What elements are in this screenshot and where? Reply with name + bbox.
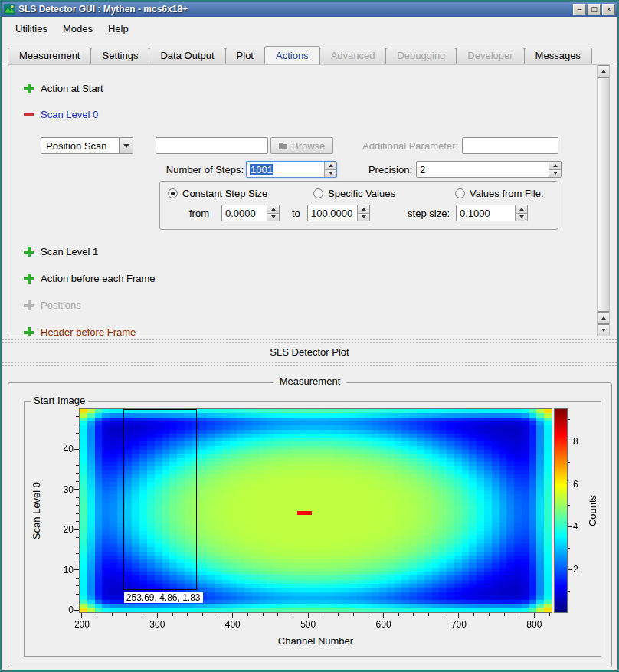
expand-plus-icon[interactable] (24, 274, 34, 284)
step-size-spinner[interactable]: 0.1000 (456, 205, 528, 221)
tab-settings[interactable]: Settings (90, 48, 149, 64)
action-item-label: Action at Start (41, 83, 103, 94)
x-tick (458, 613, 459, 618)
colorbar-tick (568, 526, 572, 527)
scroll-up-button[interactable] (598, 65, 610, 77)
action-item-label: Positions (41, 300, 81, 311)
radio-label: Specific Values (328, 188, 395, 199)
x-minor-tick (97, 613, 97, 616)
steps-value: 1001 (250, 164, 273, 175)
scrollbar-thumb[interactable] (598, 77, 610, 312)
radio-constant-step-size[interactable]: Constant Step Size (168, 188, 267, 199)
minimize-button[interactable]: − (573, 4, 586, 15)
scroll-down-button[interactable] (598, 324, 610, 336)
dock-title[interactable]: SLS Detector Plot (2, 346, 617, 358)
vertical-scrollbar[interactable] (597, 65, 609, 336)
y-tick (74, 529, 79, 530)
step-size-value: 0.1000 (457, 205, 515, 221)
spin-down-button[interactable] (549, 170, 561, 178)
menu-modes[interactable]: Modes (55, 20, 100, 38)
splitter-handle[interactable] (2, 338, 617, 344)
action-item-action-at-start[interactable]: Action at Start (24, 82, 103, 95)
menu-utilities[interactable]: Utilities (8, 20, 55, 38)
y-minor-tick (76, 473, 79, 474)
tab-messages[interactable]: Messages (524, 48, 592, 64)
y-minor-tick (76, 457, 79, 457)
step-mode-group: Constant Step Size Specific Values Value… (159, 181, 558, 230)
combo-dropdown-button[interactable] (119, 138, 133, 153)
scan-mode-select[interactable]: Position Scan (41, 137, 133, 154)
tab-plot[interactable]: Plot (225, 48, 265, 64)
colorbar-tick-label: 4 (573, 521, 587, 532)
spin-up-button[interactable] (358, 205, 369, 214)
menu-help[interactable]: Help (100, 20, 136, 38)
x-minor-tick (247, 613, 248, 616)
spin-down-button[interactable] (267, 214, 279, 221)
action-item-action-before-each-frame[interactable]: Action before each Frame (24, 272, 156, 285)
tab-measurement[interactable]: Measurement (8, 48, 91, 64)
x-minor-tick (142, 613, 142, 616)
y-axis-label: Scan Level 0 (31, 482, 43, 539)
close-button[interactable]: × (602, 4, 615, 15)
x-minor-tick (504, 613, 505, 616)
start-image-frame: Start Image Scan Level 0 Counts Channel … (24, 401, 601, 657)
spin-down-button[interactable] (325, 170, 336, 178)
y-tick-label: 30 (44, 484, 74, 495)
action-item-header-before-frame[interactable]: Header before Frame (24, 326, 136, 336)
y-tick (74, 449, 79, 450)
x-tick-label: 800 (519, 619, 549, 630)
x-minor-tick (293, 613, 293, 616)
collapse-minus-icon[interactable] (24, 110, 34, 120)
radio-values-from-file[interactable]: Values from File: (455, 188, 544, 199)
number-of-steps-spinner[interactable]: 1001 (246, 161, 337, 178)
colorbar-minor-tick (568, 505, 570, 506)
action-item-label: Header before Frame (41, 326, 136, 336)
action-item-scan-level-1[interactable]: Scan Level 1 (24, 245, 98, 258)
colorbar-tick (568, 484, 572, 484)
tab-data-output[interactable]: Data Output (149, 48, 225, 64)
colorbar-tick (568, 569, 572, 570)
from-spinner[interactable]: 0.0000 (221, 205, 280, 221)
x-minor-tick (473, 613, 474, 616)
expand-plus-icon[interactable] (24, 84, 34, 93)
precision-spinner[interactable]: 2 (416, 161, 562, 178)
x-tick (308, 613, 309, 618)
x-minor-tick (353, 613, 354, 616)
expand-plus-icon[interactable] (24, 327, 34, 336)
spin-down-button[interactable] (516, 214, 527, 221)
tab-bar: MeasurementSettingsData OutputPlotAction… (2, 46, 617, 64)
tab-actions[interactable]: Actions (264, 46, 320, 64)
radio-label: Values from File: (470, 188, 544, 199)
colorbar-minor-tick (568, 591, 570, 592)
spin-up-button[interactable] (267, 205, 279, 214)
splitter-handle[interactable] (2, 361, 617, 367)
maximize-button[interactable]: □ (588, 4, 601, 15)
y-minor-tick (76, 441, 79, 441)
colorbar-minor-tick (568, 419, 570, 420)
y-minor-tick (76, 513, 79, 514)
expand-plus-icon[interactable] (24, 247, 34, 257)
to-spinner[interactable]: 100.0000 (307, 205, 370, 221)
y-minor-tick (76, 481, 79, 482)
x-minor-tick (368, 613, 368, 616)
y-minor-tick (76, 537, 79, 538)
scan-script-field[interactable] (156, 137, 268, 154)
titlebar[interactable]: SLS Detector GUI : Mythen - mcs6x18+ − □… (2, 2, 617, 17)
x-minor-tick (519, 613, 519, 616)
spin-down-button[interactable] (358, 214, 369, 221)
spin-up-button[interactable] (549, 162, 561, 170)
actions-panel: Action at StartScan Level 0Scan Level 1A… (8, 64, 610, 336)
action-item-scan-level-0[interactable]: Scan Level 0 (24, 108, 98, 121)
tab-debugging: Debugging (385, 48, 457, 64)
radio-dot (313, 188, 323, 198)
scroll-up-button[interactable] (598, 312, 610, 324)
spin-up-button[interactable] (516, 205, 527, 214)
step-size-label: step size: (390, 208, 450, 219)
x-minor-tick (428, 613, 429, 616)
spin-up-button[interactable] (325, 162, 336, 170)
action-item-label: Action before each Frame (41, 273, 156, 284)
x-tick (81, 613, 82, 618)
radio-specific-values[interactable]: Specific Values (313, 188, 395, 199)
expand-plus-icon (24, 300, 34, 310)
colorbar-minor-tick (568, 548, 570, 549)
